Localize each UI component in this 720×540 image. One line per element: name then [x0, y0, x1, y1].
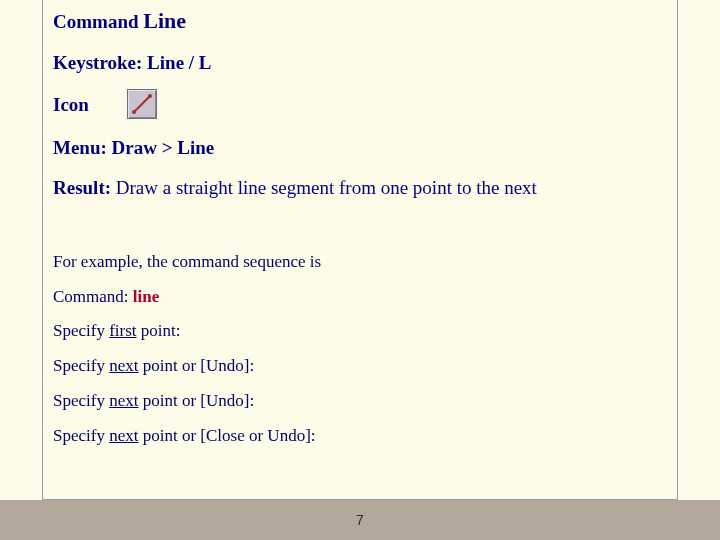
result-label: Result:: [53, 177, 116, 198]
icon-label: Icon: [53, 92, 89, 118]
menu-row: Menu: Draw > Line: [53, 135, 667, 161]
icon-row: Icon: [53, 89, 667, 119]
keystroke-label: Keystroke:: [53, 52, 147, 73]
content-frame: Command Line Keystroke: Line / L Icon Me…: [42, 0, 678, 500]
menu-label: Menu:: [53, 137, 112, 158]
svg-point-1: [132, 110, 136, 114]
svg-point-2: [148, 94, 152, 98]
command-line: Command: line: [53, 286, 667, 309]
keystroke-row: Keystroke: Line / L: [53, 50, 667, 76]
heading-main: Line: [143, 8, 186, 33]
prompt-line: Specify next point or [Close or Undo]:: [53, 425, 667, 448]
line-icon: [127, 89, 157, 119]
command-label: Command:: [53, 287, 133, 306]
prompt-line: Specify first point:: [53, 320, 667, 343]
svg-line-0: [134, 96, 150, 112]
keystroke-value: Line / L: [147, 52, 211, 73]
footer-band: 7: [0, 500, 720, 540]
example-intro: For example, the command sequence is: [53, 251, 667, 274]
command-name: line: [133, 287, 159, 306]
page-number: 7: [356, 512, 364, 528]
result-text: Draw a straight line segment from one po…: [116, 177, 537, 198]
result-row: Result: Draw a straight line segment fro…: [53, 175, 667, 201]
heading-row: Command Line: [53, 6, 667, 36]
heading-prefix: Command: [53, 11, 143, 32]
command-sequence: For example, the command sequence is Com…: [53, 251, 667, 449]
prompt-line: Specify next point or [Undo]:: [53, 390, 667, 413]
menu-value: Draw > Line: [112, 137, 215, 158]
prompt-line: Specify next point or [Undo]:: [53, 355, 667, 378]
